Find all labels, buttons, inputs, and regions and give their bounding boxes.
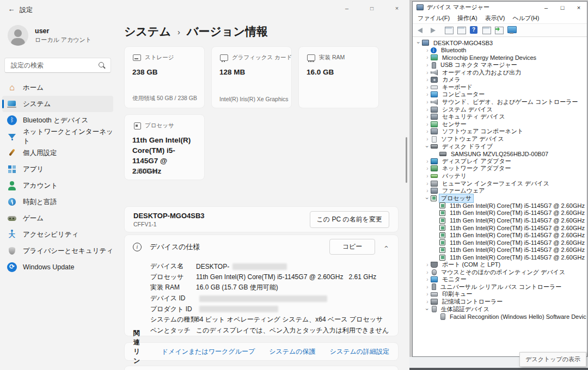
collapse-chevron-icon[interactable] [379,243,391,251]
expander-icon[interactable] [424,84,431,90]
close-button[interactable]: × [571,2,587,13]
sidebar-item[interactable]: システム [2,96,113,112]
tree-item[interactable]: 記憶域コントローラー [413,298,586,306]
expander-icon[interactable] [424,144,431,150]
tree-item[interactable]: カメラ [413,76,586,84]
sidebar-item[interactable]: Bluetooth とデバイス [2,112,113,128]
sidebar-item[interactable]: 時刻と言語 [2,194,113,210]
menu-item[interactable]: ファイル(F) [414,14,454,22]
expander-icon[interactable] [424,91,431,97]
tree-item[interactable]: 印刷キュー [413,291,586,298]
close-button[interactable]: × [384,0,409,16]
back-button[interactable] [415,26,426,35]
tree-item[interactable]: ポート (COM と LPT) [413,261,586,269]
devices-view-button[interactable] [506,26,517,35]
properties-button[interactable] [456,26,467,35]
sidebar-item[interactable]: アカウント [2,177,113,194]
tree-item[interactable]: コンピューター [413,91,586,98]
tree-item[interactable]: 11th Gen Intel(R) Core(TM) i5-1145G7 @ 2… [413,254,586,261]
tree-item[interactable]: Microchip Energy Metering Devices [413,54,586,61]
rename-pc-button[interactable]: この PC の名前を変更 [310,211,389,228]
tree-item[interactable]: ソフトウェア デバイス [413,135,586,143]
tree-item[interactable]: 生体認証デバイス [413,305,586,313]
tree-item[interactable]: マウスとそのほかのポインティング デバイス [413,268,586,276]
sidebar-item[interactable]: Windows Update [2,259,113,275]
expander-icon[interactable] [424,107,431,113]
tree-item[interactable]: USB コネクタ マネージャー [413,61,586,69]
tree-item[interactable]: オーディオの入力および出力 [413,69,586,76]
sidebar-item[interactable]: プライバシーとセキュリティ [2,243,113,259]
search-input[interactable]: 設定の検索 [4,58,111,73]
tree-item[interactable]: 11th Gen Intel(R) Core(TM) i5-1145G7 @ 2… [413,209,586,217]
scrollbar-thumb[interactable] [406,137,407,183]
tree-item[interactable]: キーボード [413,84,586,91]
expander-icon[interactable] [424,99,431,105]
expander-icon[interactable] [424,54,431,60]
tree-item[interactable]: DESKTOP-MGO4SB3 [413,39,586,47]
expander-icon[interactable] [415,40,422,46]
sidebar-item[interactable]: アプリ [2,161,113,177]
tree-item[interactable]: ネットワーク アダプター [413,165,586,172]
tree-item[interactable]: システム デバイス [413,106,586,113]
expander-icon[interactable] [424,77,431,83]
tree-item[interactable]: ファームウェア [413,187,586,195]
tree-item[interactable]: プロセッサ [413,194,586,202]
tree-item[interactable]: センサー [413,121,586,128]
tree-item[interactable]: 11th Gen Intel(R) Core(TM) i5-1145G7 @ 2… [413,224,586,232]
tree-item[interactable]: Bluetooth [413,47,586,54]
tree-item[interactable]: 11th Gen Intel(R) Core(TM) i5-1145G7 @ 2… [413,231,586,239]
sidebar-item[interactable]: ネットワークとインターネット [2,128,113,145]
expander-icon[interactable] [424,299,431,305]
expander-icon[interactable] [424,128,431,134]
breadcrumb-parent[interactable]: システム [124,24,171,39]
menu-item[interactable]: 表示(V) [481,14,509,22]
tree-item[interactable]: バッテリ [413,172,586,180]
menu-item[interactable]: ヘルプ(H) [509,14,543,22]
tree-item[interactable]: サウンド、ビデオ、およびゲーム コントローラー [413,98,586,106]
expander-icon[interactable] [424,188,431,194]
expander-icon[interactable] [424,291,431,297]
related-link[interactable]: システムの保護 [269,347,315,356]
tree-item[interactable]: ディスプレイ アダプター [413,158,586,165]
tree-item[interactable]: ディスク ドライブ [413,143,586,150]
expander-icon[interactable] [424,136,431,142]
sidebar-item[interactable]: ホーム [2,79,113,96]
expander-icon[interactable] [424,114,431,120]
minimize-button[interactable]: – [538,2,554,13]
expander-icon[interactable] [424,121,431,127]
tree-item[interactable]: ヒューマン インターフェイス デバイス [413,180,586,187]
sidebar-item[interactable]: 個人用設定 [2,145,113,161]
expander-icon[interactable] [424,269,431,275]
tree-item[interactable]: ソフトウェア コンポーネント [413,128,586,135]
tree-item[interactable]: ユニバーサル シリアル バス コントローラー [413,283,586,291]
tree-item[interactable]: 11th Gen Intel(R) Core(TM) i5-1145G7 @ 2… [413,217,586,224]
menu-item[interactable]: 操作(A) [454,14,481,22]
related-link[interactable]: ドメインまたはワークグループ [162,347,255,356]
tree-item[interactable]: 11th Gen Intel(R) Core(TM) i5-1145G7 @ 2… [413,202,586,209]
action-pane-button[interactable] [481,26,492,35]
expander-icon[interactable] [424,276,431,282]
expander-icon[interactable] [424,181,431,187]
minimize-button[interactable]: – [334,0,359,16]
tree-item[interactable]: Facial Recognition (Windows Hello) Softw… [413,313,586,320]
expander-icon[interactable] [424,165,431,171]
expander-icon[interactable] [424,262,431,268]
expander-icon[interactable] [424,284,431,290]
tree-item[interactable]: 11th Gen Intel(R) Core(TM) i5-1145G7 @ 2… [413,246,586,254]
tree-item[interactable]: セキュリティ デバイス [413,113,586,121]
scan-hardware-changes-button[interactable] [494,26,505,35]
tree-item[interactable]: モニター [413,276,586,283]
sidebar-item[interactable]: ゲーム [2,210,113,226]
sidebar-item[interactable]: アクセシビリティ [2,226,113,243]
related-link[interactable]: システムの詳細設定 [330,347,389,356]
forward-button[interactable] [428,26,439,35]
expander-icon[interactable] [424,306,431,312]
expander-icon[interactable] [424,70,431,76]
expander-icon[interactable] [424,173,431,179]
tree-item[interactable]: 11th Gen Intel(R) Core(TM) i5-1145G7 @ 2… [413,239,586,246]
maximize-button[interactable]: □ [554,2,571,13]
expander-icon[interactable] [424,195,431,201]
maximize-button[interactable]: □ [359,0,384,16]
help-button[interactable] [469,26,480,35]
expander-icon[interactable] [424,47,431,53]
